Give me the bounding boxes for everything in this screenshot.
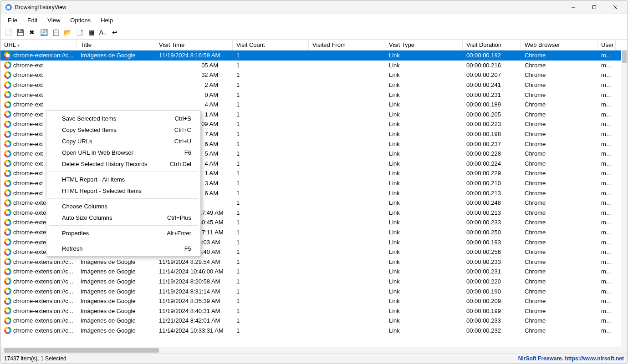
menu-view[interactable]: View [43, 15, 65, 25]
cell-dur: 00:00:00.198 [463, 131, 521, 137]
column-header-url[interactable]: URL [0, 40, 77, 50]
horizontal-scrollbar[interactable] [0, 347, 628, 353]
cell-count: 1 [233, 141, 309, 147]
chrome-icon [4, 209, 11, 216]
table-row[interactable]: chrome-extension://c...Imágenes de Googl… [0, 257, 628, 267]
toolbar-btn-7[interactable]: ▦ [86, 27, 96, 37]
cell-count: 1 [233, 81, 309, 88]
cell-user: merc [597, 81, 616, 88]
cell-dur: 00:00:00.207 [463, 71, 521, 78]
chrome-icon [4, 317, 11, 324]
column-header-visit-time[interactable]: Visit Time [155, 40, 233, 50]
context-menu-label: Open URL In Web Browser [62, 149, 133, 156]
column-header-web-browser[interactable]: Web Browser [521, 40, 597, 50]
table-row[interactable]: chrome-extension://c...Imágenes de Googl… [0, 296, 628, 306]
menu-options[interactable]: Options [66, 15, 95, 25]
status-right[interactable]: NirSoft Freeware. https://www.nirsoft.ne… [515, 354, 628, 364]
context-menu-html-report-selected-items[interactable]: HTML Report - Selected Items [46, 185, 200, 197]
column-header-visited-from[interactable]: Visited From [309, 40, 385, 50]
cell-browser: Chrome [521, 160, 597, 167]
context-menu-label: Save Selected Items [62, 115, 116, 122]
table-row[interactable]: chrome-ext05 AM1Link00:00:00.216Chromeme… [0, 61, 628, 71]
cell-title: Imágenes de Google [77, 298, 155, 304]
cell-type: Link [385, 52, 463, 59]
column-header-visit-count[interactable]: Visit Count [233, 40, 309, 50]
context-menu-html-report-all-items[interactable]: HTML Report - All Items [46, 174, 200, 185]
cell-count: 1 [233, 111, 309, 118]
table-row[interactable]: chrome-extension://c...Imágenes de Googl… [0, 267, 628, 277]
column-headers: URLTitleVisit TimeVisit CountVisited Fro… [0, 40, 628, 51]
cell-browser: Chrome [521, 258, 597, 265]
toolbar-btn-0[interactable]: 📄 [3, 27, 13, 37]
toolbar-btn-5[interactable]: 📂 [62, 27, 72, 37]
table-row[interactable]: chrome-extension://c...Imágenes de Googl… [0, 316, 628, 326]
table-row[interactable]: chrome-ext4 AM1Link00:00:00.189Chromemer… [0, 100, 628, 110]
cell-dur: 00:00:00.233 [463, 317, 521, 324]
minimize-button[interactable] [563, 0, 584, 14]
cell-count: 1 [233, 180, 309, 187]
toolbar-btn-1[interactable]: 💾 [15, 27, 25, 37]
cell-dur: 00:00:00.248 [463, 199, 521, 206]
toolbar-btn-3[interactable]: 🔄 [39, 27, 49, 37]
toolbar: 📄💾✖🔄📋📂📑▦A↓↩ [0, 26, 628, 40]
context-menu-properties[interactable]: PropertiesAlt+Enter [46, 228, 200, 239]
maximize-button[interactable] [584, 0, 605, 14]
chrome-icon [4, 111, 11, 118]
cell-type: Link [385, 111, 463, 118]
table-row[interactable]: chrome-extension://c...Imágenes de Googl… [0, 51, 628, 61]
toolbar-btn-2[interactable]: ✖ [27, 27, 37, 37]
cell-user: merc [597, 278, 616, 285]
context-menu-delete-selected-history-records[interactable]: Delete Selected History RecordsCtrl+Del [46, 158, 200, 170]
cell-dur: 00:00:00.199 [463, 308, 521, 314]
context-menu-copy-urls[interactable]: Copy URLsCtrl+U [46, 136, 200, 147]
column-header-user-i[interactable]: User I [597, 40, 616, 50]
cell-dur: 00:00:00.256 [463, 248, 521, 255]
cell-title: Imágenes de Google [77, 327, 155, 334]
cell-user: merc [597, 248, 616, 255]
column-header-visit-duration[interactable]: Visit Duration [463, 40, 521, 50]
menu-edit[interactable]: Edit [23, 15, 42, 25]
context-menu-save-selected-items[interactable]: Save Selected ItemsCtrl+S [46, 113, 200, 124]
cell-user: merc [597, 219, 616, 226]
menu-help[interactable]: Help [96, 15, 117, 25]
close-button[interactable] [605, 0, 626, 14]
context-menu-refresh[interactable]: RefreshF5 [46, 243, 200, 254]
chrome-icon [4, 131, 11, 138]
menu-file[interactable]: File [3, 15, 22, 25]
cell-type: Link [385, 229, 463, 236]
table-row[interactable]: chrome-ext32 AM1Link00:00:00.207Chromeme… [0, 70, 628, 80]
table-row[interactable]: chrome-extension://c...Imágenes de Googl… [0, 286, 628, 296]
cell-count: 1 [233, 258, 309, 265]
toolbar-btn-8[interactable]: A↓ [98, 27, 108, 37]
app-icon [5, 4, 12, 11]
cell-dur: 00:00:00.241 [463, 81, 521, 88]
cell-url: chrome-extension://c... [0, 288, 77, 295]
cell-count: 1 [233, 268, 309, 275]
vertical-scrollbar[interactable] [621, 51, 628, 347]
chrome-icon [4, 140, 11, 147]
cell-time: 2 AM [155, 81, 233, 88]
context-menu-open-url-in-web-browser[interactable]: Open URL In Web BrowserF6 [46, 147, 200, 158]
chrome-icon [4, 268, 11, 275]
status-left: 17437 item(s), 1 Selected [0, 354, 515, 364]
context-menu-label: Auto Size Columns [62, 214, 112, 221]
cell-user: merc [597, 317, 616, 324]
table-row[interactable]: chrome-extension://c...Imágenes de Googl… [0, 326, 628, 336]
table-row[interactable]: chrome-extension://c...Imágenes de Googl… [0, 306, 628, 316]
toolbar-btn-4[interactable]: 📋 [51, 27, 61, 37]
table-row[interactable]: chrome-extension://c...Imágenes de Googl… [0, 277, 628, 287]
table-row[interactable]: chrome-ext2 AM1Link00:00:00.241Chromemer… [0, 80, 628, 90]
table-row[interactable]: chrome-ext0 AM1Link00:00:00.231Chromemer… [0, 90, 628, 100]
context-menu-auto-size-columns[interactable]: Auto Size ColumnsCtrl+Plus [46, 212, 200, 223]
statusbar: 17437 item(s), 1 Selected NirSoft Freewa… [0, 353, 628, 364]
cell-time: 11/19/2024 8:16:59 AM [155, 52, 233, 59]
toolbar-btn-9[interactable]: ↩ [110, 27, 120, 37]
column-header-visit-type[interactable]: Visit Type [385, 40, 463, 50]
cell-type: Link [385, 180, 463, 187]
context-menu-choose-columns[interactable]: Choose Columns [46, 201, 200, 212]
chrome-icon [4, 160, 11, 167]
context-menu-copy-selected-items[interactable]: Copy Selected ItemsCtrl+C [46, 124, 200, 136]
column-header-title[interactable]: Title [77, 40, 155, 50]
toolbar-btn-6[interactable]: 📑 [74, 27, 84, 37]
cell-type: Link [385, 239, 463, 246]
